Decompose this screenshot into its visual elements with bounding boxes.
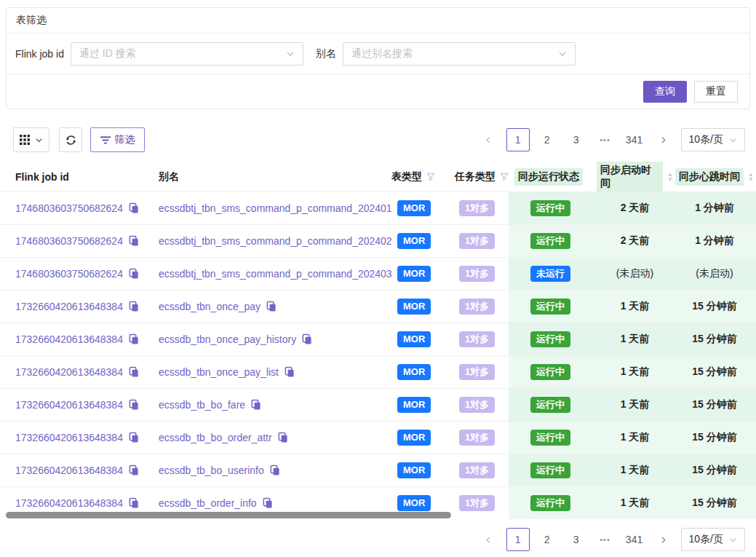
flink-job-id-cell: 1732660420613648384 bbox=[0, 291, 143, 323]
copy-icon[interactable] bbox=[128, 465, 139, 476]
flink-job-id-value[interactable]: 1746803603750682624 bbox=[15, 202, 123, 214]
task-type-cell: 1对多 bbox=[449, 192, 509, 224]
reset-button[interactable]: 重置 bbox=[694, 81, 738, 103]
flink-job-id-cell: 1746803603750682624 bbox=[0, 192, 143, 224]
copy-icon[interactable] bbox=[128, 497, 139, 509]
chevron-down-icon bbox=[286, 50, 295, 58]
status-badge: 运行中 bbox=[530, 397, 570, 413]
page-size-value: 10条/页 bbox=[689, 533, 723, 546]
alias-value[interactable]: ecssdb_tb_bo_order_attr bbox=[159, 432, 272, 443]
alias-value[interactable]: ecssdb_tb_order_info bbox=[159, 497, 257, 509]
status-badge: 运行中 bbox=[530, 299, 570, 315]
page-ellipsis[interactable]: ••• bbox=[594, 128, 617, 151]
page-1-button[interactable]: 1 bbox=[506, 128, 530, 151]
filter-toggle-button[interactable]: 筛选 bbox=[90, 127, 145, 152]
alias-value[interactable]: ecssdbtj_tbn_sms_command_p_command_20240… bbox=[159, 235, 392, 247]
flink-job-id-value[interactable]: 1732660420613648384 bbox=[15, 497, 123, 509]
flink-job-id-value[interactable]: 1746803603750682624 bbox=[15, 268, 123, 280]
copy-icon[interactable] bbox=[266, 301, 276, 312]
page-last-button[interactable]: 341 bbox=[623, 128, 646, 151]
task-type-cell: 1对多 bbox=[449, 323, 509, 355]
page-ellipsis[interactable]: ••• bbox=[594, 528, 617, 551]
table-type-tag: MOR bbox=[397, 397, 431, 413]
copy-icon[interactable] bbox=[128, 235, 139, 247]
filter-funnel-icon[interactable] bbox=[426, 173, 435, 181]
copy-icon[interactable] bbox=[250, 399, 261, 411]
next-page-icon[interactable] bbox=[652, 528, 675, 551]
col-header-sync-start-time[interactable]: 同步启动时间 ▲▼ bbox=[597, 162, 673, 192]
next-page-icon[interactable] bbox=[652, 128, 675, 151]
sync-status-cell: 未运行 bbox=[509, 258, 597, 290]
flink-job-id-value[interactable]: 1732660420613648384 bbox=[15, 399, 123, 411]
status-badge: 运行中 bbox=[530, 200, 570, 216]
table-body: 1746803603750682624ecssdbtj_tbn_sms_comm… bbox=[0, 191, 756, 519]
copy-icon[interactable] bbox=[277, 432, 288, 443]
page-size-select[interactable]: 10条/页 bbox=[681, 128, 745, 151]
status-badge: 运行中 bbox=[530, 495, 570, 511]
table-row: 1746803603750682624ecssdbtj_tbn_sms_comm… bbox=[0, 224, 756, 257]
copy-icon[interactable] bbox=[301, 333, 312, 345]
copy-icon[interactable] bbox=[262, 497, 273, 509]
flink-job-id-value[interactable]: 1746803603750682624 bbox=[15, 235, 123, 247]
sync-status-cell: 运行中 bbox=[509, 389, 597, 421]
page-size-select[interactable]: 10条/页 bbox=[681, 528, 745, 551]
horizontal-scrollbar-thumb[interactable] bbox=[6, 512, 451, 518]
sync-status-cell: 运行中 bbox=[509, 487, 597, 519]
copy-icon[interactable] bbox=[128, 268, 139, 280]
prev-page-icon[interactable] bbox=[477, 528, 501, 551]
copy-icon[interactable] bbox=[128, 333, 139, 345]
flink-job-id-value[interactable]: 1732660420613648384 bbox=[15, 465, 123, 476]
copy-icon[interactable] bbox=[128, 202, 139, 214]
table-type-cell: MOR bbox=[386, 356, 449, 388]
copy-icon[interactable] bbox=[128, 366, 139, 378]
start-time-cell: 1 天前 bbox=[597, 454, 673, 486]
alias-value[interactable]: ecssdbtj_tbn_sms_command_p_command_20240… bbox=[159, 202, 392, 214]
alias-value[interactable]: ecssdb_tbn_once_pay_history bbox=[159, 333, 296, 345]
page-2-button[interactable]: 2 bbox=[536, 128, 559, 151]
flink-job-id-cell: 1732660420613648384 bbox=[0, 389, 143, 421]
alias-value[interactable]: ecssdb_tb_bo_userinfo bbox=[159, 465, 264, 476]
sort-carets-icon[interactable]: ▲▼ bbox=[748, 172, 754, 182]
page-1-button[interactable]: 1 bbox=[506, 528, 530, 551]
page-last-button[interactable]: 341 bbox=[623, 528, 646, 551]
flink-job-id-value[interactable]: 1732660420613648384 bbox=[15, 333, 123, 345]
flink-job-id-value[interactable]: 1732660420613648384 bbox=[15, 432, 123, 443]
page-3-button[interactable]: 3 bbox=[565, 128, 588, 151]
prev-page-icon[interactable] bbox=[477, 128, 501, 151]
column-settings-button[interactable] bbox=[13, 127, 49, 152]
sync-status-cell: 运行中 bbox=[509, 192, 597, 224]
copy-icon[interactable] bbox=[284, 366, 295, 378]
alias-select[interactable]: 通过别名搜索 bbox=[343, 42, 576, 66]
col-header-table-type: 表类型 bbox=[386, 162, 449, 192]
alias-value[interactable]: ecssdb_tbn_once_pay bbox=[159, 301, 260, 312]
copy-icon[interactable] bbox=[269, 465, 280, 476]
alias-value[interactable]: ecssdb_tbn_once_pay_list bbox=[159, 366, 279, 378]
flink-job-id-value[interactable]: 1732660420613648384 bbox=[15, 366, 123, 378]
start-time-cell: 1 天前 bbox=[597, 291, 673, 323]
alias-value[interactable]: ecssdb_tb_bo_fare bbox=[159, 399, 245, 411]
alias-value[interactable]: ecssdbtj_tbn_sms_command_p_command_20240… bbox=[159, 268, 392, 280]
chevron-down-icon bbox=[35, 136, 43, 144]
start-time-cell: 1 天前 bbox=[597, 389, 673, 421]
flink-job-id-value[interactable]: 1732660420613648384 bbox=[15, 301, 123, 312]
alias-cell: ecssdbtj_tbn_sms_command_p_command_20240… bbox=[143, 192, 386, 224]
refresh-button[interactable] bbox=[59, 127, 82, 152]
query-button[interactable]: 查询 bbox=[643, 81, 687, 103]
alias-cell: ecssdb_tb_bo_fare bbox=[143, 389, 386, 421]
copy-icon[interactable] bbox=[128, 432, 139, 443]
task-type-cell: 1对多 bbox=[449, 422, 509, 454]
flink-job-id-select[interactable]: 通过 ID 搜索 bbox=[71, 42, 303, 66]
sort-carets-icon[interactable]: ▲▼ bbox=[667, 172, 673, 182]
col-header-sync-heartbeat-time[interactable]: 同步心跳时间 ▲▼ bbox=[673, 162, 756, 192]
page-3-button[interactable]: 3 bbox=[565, 528, 588, 551]
table-filter-card: 表筛选 Flink job id 通过 ID 搜索 别名 通过别名搜索 查询 重… bbox=[6, 7, 750, 109]
sync-status-cell: 运行中 bbox=[509, 422, 597, 454]
chevron-down-icon bbox=[729, 536, 737, 544]
copy-icon[interactable] bbox=[128, 301, 139, 312]
filter-funnel-icon[interactable] bbox=[500, 173, 509, 181]
chevron-down-icon bbox=[558, 50, 567, 58]
copy-icon[interactable] bbox=[128, 399, 139, 411]
page-2-button[interactable]: 2 bbox=[536, 528, 559, 551]
table-row: 1732660420613648384ecssdb_tbn_once_pay_l… bbox=[0, 355, 756, 388]
status-badge: 运行中 bbox=[530, 364, 570, 380]
